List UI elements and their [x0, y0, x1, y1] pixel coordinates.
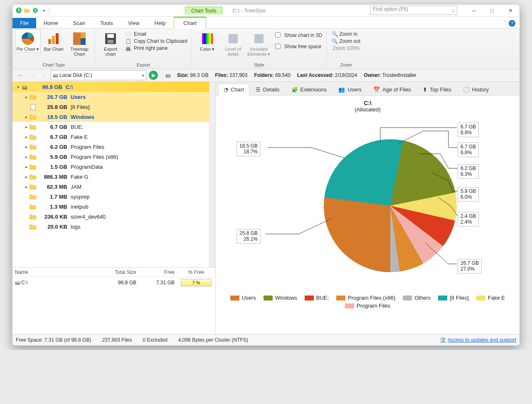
collapse-ribbon-icon[interactable]: ˄	[503, 20, 506, 27]
detail-tab-extensions[interactable]: 🧩Extensions	[286, 84, 332, 95]
zoom-out-button[interactable]: 🔍 Zoom out	[332, 38, 360, 44]
tree-row[interactable]: ▸6.2 GBProgram Files	[12, 142, 209, 152]
nav-up-button[interactable]: ↑	[39, 71, 48, 80]
email-button[interactable]: ✉️Email	[125, 31, 187, 37]
svg-rect-12	[202, 33, 213, 44]
link-label: Access to updates and support	[448, 337, 516, 343]
close-button[interactable]: ✕	[501, 5, 520, 16]
treemap-label: Treemap Chart	[68, 47, 91, 57]
color-button[interactable]: Color ▾	[195, 30, 220, 53]
tree-row[interactable]: ▸1.5 GBProgramData	[12, 162, 209, 172]
find-option-input[interactable]: Find option (F6) ⌕	[370, 6, 457, 15]
col-free[interactable]: Free	[139, 268, 177, 277]
level-detail-button[interactable]: Level of detail	[220, 30, 246, 58]
drive-summary: Name Total Size Free % Free 🖴 C:\ 98.8 G…	[12, 267, 215, 334]
minimize-button[interactable]: ─	[465, 5, 483, 16]
tree-row[interactable]: ▸26.7 GBUsers	[12, 92, 209, 102]
separator	[49, 7, 57, 14]
detail-tab-age-of-files[interactable]: 📅Age of Files	[368, 84, 416, 95]
window-controls: ─ □ ✕	[465, 5, 520, 16]
summary-header: Name Total Size Free % Free	[12, 268, 215, 277]
copy-label: Copy Chart to Clipboard	[134, 38, 187, 44]
path-combo[interactable]: 🖴 Local Disk (C:) ▾	[51, 70, 146, 80]
legend-item[interactable]: [8 Files]	[438, 295, 469, 301]
show-free-input[interactable]	[275, 44, 281, 49]
legend-item[interactable]: Program Files (x86)	[336, 295, 395, 301]
maximize-button[interactable]: □	[483, 5, 501, 16]
tab-tools[interactable]: Tools	[93, 18, 120, 28]
tree-row[interactable]: ▸886.3 MBFake G	[12, 172, 209, 182]
tree-scrollbar[interactable]	[209, 82, 215, 267]
col-total[interactable]: Total Size	[96, 268, 139, 277]
show-free-checkbox[interactable]: Show free space	[273, 42, 322, 50]
tree-row[interactable]: ▸6.7 GBBUE;	[12, 122, 209, 132]
folder-tree[interactable]: ▾🖴98.8 GBC:\▸26.7 GBUsers25.8 GB[8 Files…	[12, 82, 209, 267]
qat-dropdown-icon[interactable]: ▾	[40, 7, 47, 14]
file-tab[interactable]: File	[12, 18, 36, 28]
legend-item[interactable]: Others	[403, 295, 431, 301]
tab-view[interactable]: View	[121, 18, 147, 28]
zoom-out-label: Zoom out	[339, 38, 360, 44]
group-label-zoom: Zoom	[329, 62, 363, 68]
treemap-chart-button[interactable]: Treemap Chart	[66, 30, 92, 58]
stat-accessed: Last Accessed: 2/19/2024	[297, 72, 357, 78]
tree-row[interactable]: 1.7 MBsysprep	[12, 192, 209, 202]
tree-row[interactable]: ▸82.3 MBJAM	[12, 182, 209, 192]
nav-forward-button[interactable]: →	[27, 71, 37, 80]
tree-row[interactable]: 20.0 KBlogs	[12, 222, 209, 232]
col-pct[interactable]: % Free	[177, 268, 215, 277]
callout-8files: 25.8 GB26.1%	[236, 229, 261, 244]
recent-icon[interactable]	[32, 7, 39, 14]
legend-item[interactable]: Users	[230, 295, 256, 301]
legend-item[interactable]: Fake E	[476, 295, 505, 301]
show-3d-checkbox[interactable]: Show chart in 3D	[273, 31, 322, 39]
detail-tab-users[interactable]: 👥Users	[333, 84, 367, 95]
app-window: ▾ Chart Tools C:\ - TreeSize Find option…	[12, 4, 520, 346]
print-pane-button[interactable]: 🖨️Print right pane	[125, 45, 187, 51]
legend-swatch	[305, 296, 314, 301]
legend-item[interactable]: Program Files	[345, 303, 390, 309]
tab-chart[interactable]: Chart	[174, 17, 206, 29]
copy-clipboard-button[interactable]: 📋Copy Chart to Clipboard	[125, 38, 187, 44]
nav-back-button[interactable]: ←	[16, 71, 25, 80]
tab-icon: ☰	[256, 86, 261, 93]
svg-rect-13	[229, 34, 238, 43]
tree-row[interactable]: ▸5.9 GBProgram Files (x86)	[12, 152, 209, 162]
detail-tab-details[interactable]: ☰Details	[250, 84, 285, 95]
group-label-export: Export	[98, 62, 189, 68]
pie-chart-button[interactable]: Pie Chart ▾	[15, 30, 41, 53]
zoom-in-button[interactable]: 🔍 Zoom in	[332, 31, 360, 37]
detail-tab-chart[interactable]: ◔Chart	[218, 84, 249, 96]
summary-row[interactable]: 🖴 C:\ 98.8 GB 7.31 GB 7 %	[12, 277, 215, 288]
detail-tab-top-files[interactable]: ⬆Top Files	[417, 84, 457, 95]
bar-chart-button[interactable]: Bar Chart	[41, 30, 66, 53]
ribbon-group-zoom: 🔍 Zoom in 🔍 Zoom out Zoom 100% Zoom	[327, 29, 365, 69]
email-icon: ✉️	[125, 31, 131, 37]
tab-scan[interactable]: Scan	[66, 18, 93, 28]
tree-root[interactable]: ▾🖴98.8 GBC:\	[12, 82, 209, 92]
tree-row[interactable]: 1.3 MBinetpub	[12, 202, 209, 212]
tab-home[interactable]: Home	[36, 18, 66, 28]
show-3d-input[interactable]	[275, 32, 281, 38]
tree-row[interactable]: 236.0 KBsizer4_dev640	[12, 212, 209, 222]
callout-users: 26.7 GB27.0%	[458, 259, 482, 273]
tree-row[interactable]: ▸6.7 GBFake E	[12, 132, 209, 142]
tab-help[interactable]: Help	[147, 18, 173, 28]
legend-item[interactable]: BUE;	[305, 295, 329, 301]
tree-row[interactable]: ▸18.5 GBWindows	[12, 112, 209, 122]
zoom-reset-button[interactable]: Zoom 100%	[332, 45, 360, 51]
legend-item[interactable]: Windows	[264, 295, 297, 301]
detail-tab-history[interactable]: 🕘History	[458, 84, 494, 95]
col-name[interactable]: Name	[12, 268, 96, 277]
legend-swatch	[336, 296, 345, 301]
export-chart-button[interactable]: Export chart	[98, 30, 123, 58]
open-folder-icon[interactable]	[23, 7, 31, 14]
help-icon[interactable]: ?	[509, 20, 515, 27]
included-elements-button[interactable]: Included Elements ▾	[246, 30, 272, 58]
status-bar: Free Space: 7.31 GB (of 98.8 GB) 237,903…	[12, 334, 520, 345]
updates-support-link[interactable]: 🛡️Access to updates and support	[440, 337, 516, 343]
tab-icon: 📅	[373, 86, 380, 93]
tree-row[interactable]: 25.8 GB[8 Files]	[12, 102, 209, 112]
quick-access-toolbar: ▾	[12, 7, 60, 14]
scan-go-button[interactable]: ▶	[149, 71, 158, 80]
